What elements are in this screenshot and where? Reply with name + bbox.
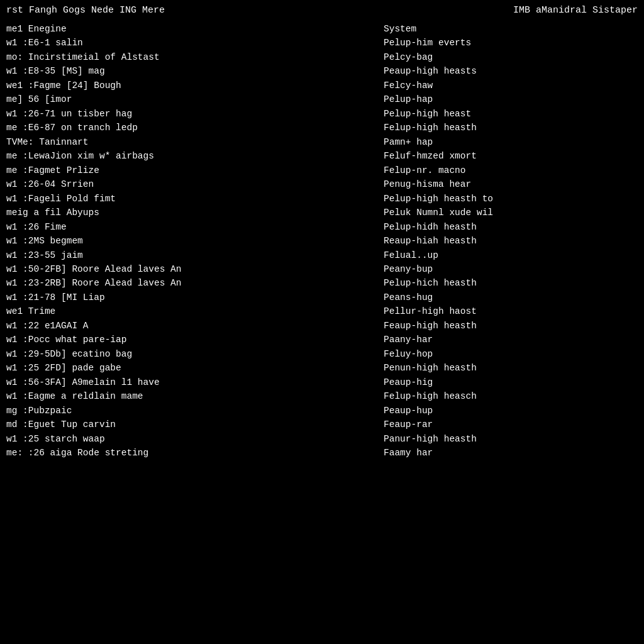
table-row: Peany-bup [384, 262, 638, 276]
table-row: TVMe: Taninnart [6, 135, 371, 149]
list-item: Felup-high heasch [384, 389, 477, 403]
table-row: Pelup-hap [384, 92, 638, 106]
list-item: w1 :26-71 un tisber hag [6, 107, 132, 121]
table-row: w1 :25 2FD] pade gabe [6, 361, 371, 375]
table-row: Pelcy-bag [384, 50, 638, 64]
table-row: w1 :E8-35 [MS] mag [6, 64, 371, 78]
list-item: w1 :E6-1 salin [6, 36, 83, 50]
table-row: Feaup-rar [384, 418, 638, 431]
table-row: mo: Incirstimeial of Alstast [6, 50, 371, 64]
table-row: Pelup-hich heasth [384, 276, 638, 290]
list-item: w1 :23-55 jaim [6, 248, 83, 262]
list-item: Felual..up [384, 248, 438, 262]
right-column: SystemPelup-him evertsPelcy-bagPeaup-hig… [384, 22, 638, 460]
list-item: Reaup-hiah heasth [384, 234, 477, 248]
list-item: w1 :21-78 [MI Liap [6, 291, 105, 304]
table-row: me: :26 aiga Rode streting [6, 446, 371, 460]
list-item: Pelcy-bag [384, 50, 433, 64]
table-row: w1 :2MS begmem [6, 234, 371, 248]
table-row: Pelup-hidh heasth [384, 220, 638, 234]
table-row: Pelup-him everts [384, 36, 638, 50]
table-row: Panur-high heasth [384, 432, 638, 446]
list-item: Pelup-hidh heasth [384, 220, 477, 234]
table-row: meig a fil Abyups [6, 206, 371, 219]
table-row: Pamn+ hap [384, 135, 638, 149]
list-item: mg :Pubzpaic [6, 404, 72, 418]
content-area: me1 Eneginew1 :E6-1 salinmo: Incirstimei… [6, 22, 638, 460]
table-row: Pelup-high heast [384, 107, 638, 121]
list-item: System [384, 22, 416, 36]
table-row: w1 :Eagme a reldlain mame [6, 389, 371, 403]
table-row: Peluk Numnl xude wil [384, 206, 638, 219]
list-item: me :E6-87 on tranch ledp [6, 121, 138, 135]
list-item: Felup-high heasth [384, 121, 477, 135]
table-row: me] 56 [imor [6, 92, 371, 106]
table-row: Peans-hug [384, 291, 638, 304]
list-item: TVMe: Taninnart [6, 135, 89, 149]
list-item: meig a fil Abyups [6, 206, 99, 219]
list-item: me] 56 [imor [6, 92, 72, 106]
list-item: w1 :56-3FA] A9melain l1 have [6, 375, 160, 389]
list-item: Pelup-hich heasth [384, 276, 477, 290]
table-row: w1 :50-2FB] Roore Alead laves An [6, 262, 371, 276]
list-item: Felup-nr. macno [384, 164, 466, 177]
list-item: Feluf-hmzed xmort [384, 149, 477, 163]
table-row: System [384, 22, 638, 36]
table-row: w1 :25 starch waap [6, 432, 371, 446]
table-row: Penug-hisma hear [384, 177, 638, 191]
list-item: Pelup-high heast [384, 107, 471, 121]
list-item: Faamy har [384, 446, 433, 460]
terminal-window: rst Fangh Gogs Nede ING Mere IMB aManidr… [6, 5, 638, 460]
table-row: w1 :26-04 Srrien [6, 177, 371, 191]
list-item: Penun-high heasth [384, 361, 477, 375]
list-item: w1 :25 2FD] pade gabe [6, 361, 121, 375]
list-item: Penug-hisma hear [384, 177, 471, 191]
list-item: Peluk Numnl xude wil [384, 206, 493, 219]
list-item: me: :26 aiga Rode streting [6, 446, 148, 460]
list-item: w1 :29-5Db] ecatino bag [6, 347, 132, 361]
list-item: w1 :22 e1AGAI A [6, 319, 89, 333]
table-row: md :Eguet Tup carvin [6, 418, 371, 431]
list-item: Pelup-high heasth to [384, 192, 493, 206]
header-left: rst Fangh Gogs Nede ING Mere [6, 5, 165, 16]
table-row: Feluy-hop [384, 347, 638, 361]
table-row: w1 :22 e1AGAI A [6, 319, 371, 333]
list-item: Pelup-hap [384, 92, 433, 106]
list-item: Feaup-high heasth [384, 319, 477, 333]
table-row: Reaup-hiah heasth [384, 234, 638, 248]
table-row: w1 :Pocc what pare-iap [6, 333, 371, 347]
table-row: Felual..up [384, 248, 638, 262]
list-item: w1 :23-2RB] Roore Alead laves An [6, 276, 181, 290]
table-row: w1 :26 Fime [6, 220, 371, 234]
list-item: w1 :25 starch waap [6, 432, 105, 446]
left-column: me1 Eneginew1 :E6-1 salinmo: Incirstimei… [6, 22, 384, 460]
list-item: mo: Incirstimeial of Alstast [6, 50, 160, 64]
table-row: Felup-nr. macno [384, 164, 638, 177]
table-row: Peaup-high heasts [384, 64, 638, 78]
list-item: w1 :50-2FB] Roore Alead laves An [6, 262, 181, 276]
table-row: we1 :Fagme [24] Bough [6, 79, 371, 92]
list-item: Paany-har [384, 333, 433, 347]
list-item: me :LewaJion xim w* airbags [6, 149, 154, 163]
list-item: md :Eguet Tup carvin [6, 418, 116, 431]
list-item: Pamn+ hap [384, 135, 433, 149]
list-item: Feluy-hop [384, 347, 433, 361]
list-item: w1 :Fageli Pold fimt [6, 192, 116, 206]
table-row: me :Fagmet Prlize [6, 164, 371, 177]
list-item: Peaup-hig [384, 375, 433, 389]
list-item: w1 :Pocc what pare-iap [6, 333, 126, 347]
table-row: Pelup-high heasth to [384, 192, 638, 206]
list-item: Peany-bup [384, 262, 433, 276]
table-row: we1 Trime [6, 304, 371, 318]
table-row: Peaup-hig [384, 375, 638, 389]
list-item: we1 Trime [6, 304, 55, 318]
list-item: Pellur-high haost [384, 304, 477, 318]
table-row: me :LewaJion xim w* airbags [6, 149, 371, 163]
table-row: w1 :23-2RB] Roore Alead laves An [6, 276, 371, 290]
table-row: Feluf-hmzed xmort [384, 149, 638, 163]
table-row: w1 :Fageli Pold fimt [6, 192, 371, 206]
list-item: Panur-high heasth [384, 432, 477, 446]
list-item: Peaup-high heasts [384, 64, 477, 78]
list-item: me1 Enegine [6, 22, 67, 36]
list-item: me :Fagmet Prlize [6, 164, 99, 177]
